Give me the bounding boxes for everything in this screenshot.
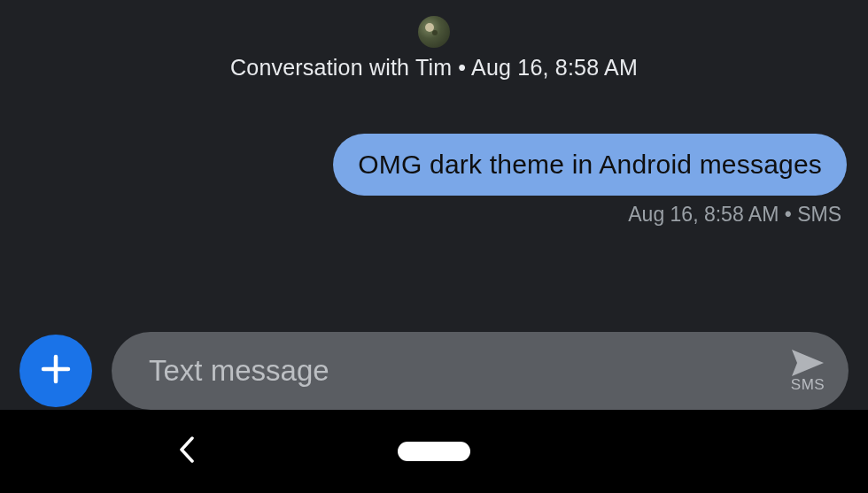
conversation-header: Conversation with Tim • Aug 16, 8:58 AM (0, 0, 868, 81)
message-row: OMG dark theme in Android messages (21, 134, 847, 196)
android-nav-bar (0, 410, 868, 493)
conversation-title: Conversation with Tim • Aug 16, 8:58 AM (0, 55, 868, 81)
message-input[interactable] (149, 354, 790, 388)
contact-avatar[interactable] (418, 16, 450, 48)
nav-home-button[interactable] (398, 442, 470, 461)
plus-icon (38, 351, 74, 390)
message-list: OMG dark theme in Android messages Aug 1… (0, 81, 868, 227)
send-mode-label: SMS (791, 376, 825, 394)
message-timestamp: Aug 16, 8:58 AM • SMS (21, 203, 847, 227)
chevron-left-icon (177, 452, 197, 467)
add-attachment-button[interactable] (19, 335, 92, 407)
compose-input-container[interactable]: SMS (112, 332, 849, 410)
outgoing-message-bubble[interactable]: OMG dark theme in Android messages (333, 134, 847, 196)
nav-back-button[interactable] (177, 435, 197, 468)
compose-bar: SMS (0, 332, 868, 410)
send-button[interactable]: SMS (790, 348, 829, 394)
send-icon (790, 348, 825, 378)
